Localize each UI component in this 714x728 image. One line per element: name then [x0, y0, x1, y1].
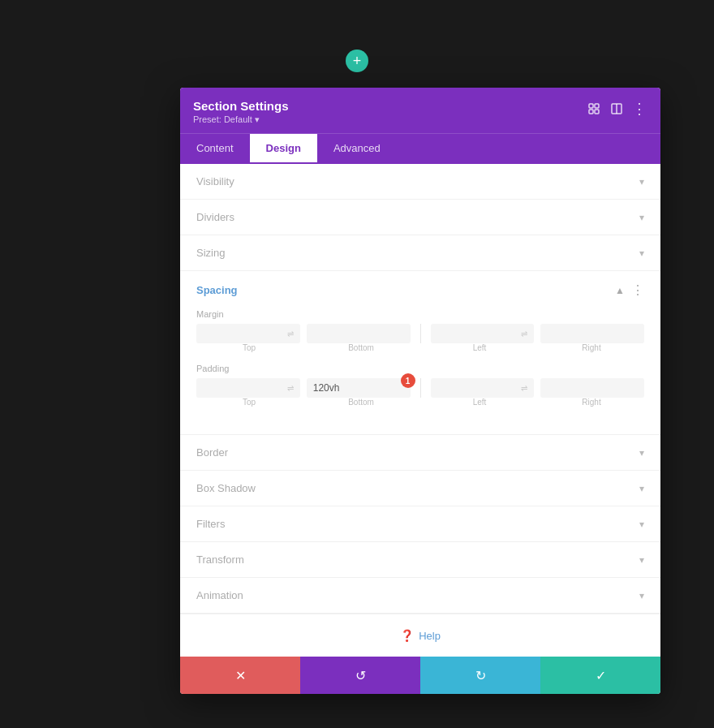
padding-label: Padding [196, 364, 644, 373]
border-label: Border [196, 446, 228, 459]
padding-bottom-badge: 1 [401, 373, 415, 388]
tabs-bar: Content Design Advanced [180, 133, 660, 164]
margin-right-input[interactable] [547, 328, 638, 339]
header-left: Section Settings Preset: Default ▾ [193, 99, 289, 125]
save-button[interactable]: ✓ [540, 657, 660, 694]
spacing-chevron-icon: ▲ [615, 285, 625, 296]
margin-right-sub-label: Right [539, 343, 644, 352]
margin-bottom-input-wrap[interactable] [307, 324, 411, 343]
padding-bottom-sub-label: Bottom [308, 398, 414, 407]
padding-right-input[interactable] [547, 382, 638, 394]
redo-button[interactable]: ↻ [420, 657, 540, 694]
padding-right-sub-label: Right [539, 398, 644, 407]
section-row-dividers[interactable]: Dividers ▾ [180, 200, 660, 235]
visibility-chevron: ▾ [639, 176, 644, 187]
help-label: Help [419, 630, 441, 642]
section-row-box-shadow[interactable]: Box Shadow ▾ [180, 471, 660, 506]
add-section-button[interactable]: + [346, 50, 368, 72]
padding-divider [420, 378, 421, 398]
svg-rect-0 [589, 104, 593, 108]
margin-right-input-wrap[interactable] [540, 324, 644, 343]
section-settings-panel: Section Settings Preset: Default ▾ ⋮ [180, 88, 660, 694]
tab-design[interactable]: Design [250, 134, 317, 164]
margin-right-pair [540, 324, 644, 343]
transform-label: Transform [196, 554, 244, 566]
section-row-sizing[interactable]: Sizing ▾ [180, 235, 660, 271]
section-row-animation[interactable]: Animation ▾ [180, 578, 660, 614]
tab-advanced[interactable]: Advanced [317, 134, 397, 164]
padding-field-group: Padding ⇌ 120vh 1 [196, 364, 644, 407]
margin-top-sub-label: Top [196, 343, 302, 352]
filters-chevron: ▾ [639, 519, 644, 530]
fullscreen-icon[interactable] [586, 101, 602, 117]
transform-chevron: ▾ [639, 554, 644, 566]
visibility-label: Visibility [196, 175, 234, 187]
help-row[interactable]: ❓ Help [180, 614, 660, 657]
panel-footer: ✕ ↺ ↻ ✓ [180, 657, 660, 694]
reset-button[interactable]: ↺ [300, 657, 420, 694]
filters-label: Filters [196, 518, 225, 530]
help-icon: ❓ [400, 629, 414, 642]
section-row-filters[interactable]: Filters ▾ [180, 506, 660, 542]
padding-bottom-input-wrap[interactable]: 120vh 1 [307, 378, 411, 398]
margin-sub-labels: Top Bottom Left Right [196, 343, 644, 352]
split-icon[interactable] [609, 101, 625, 117]
section-row-border[interactable]: Border ▾ [180, 435, 660, 471]
margin-left-link-icon: ⇌ [521, 330, 527, 338]
padding-top-link-icon: ⇌ [287, 384, 294, 393]
panel-content: Visibility ▾ Dividers ▾ Sizing ▾ Spacing… [180, 164, 660, 657]
sizing-chevron: ▾ [639, 248, 644, 259]
section-row-transform[interactable]: Transform ▾ [180, 542, 660, 578]
margin-left-input-wrap[interactable]: ⇌ [431, 324, 535, 343]
padding-top-pair: ⇌ [196, 378, 300, 398]
cancel-button[interactable]: ✕ [180, 657, 300, 694]
reset-icon: ↺ [355, 668, 366, 683]
margin-top-input[interactable] [203, 328, 284, 339]
margin-top-input-wrap[interactable]: ⇌ [196, 324, 300, 343]
padding-left-input-wrap[interactable]: ⇌ [431, 378, 535, 398]
padding-top-input-wrap[interactable]: ⇌ [196, 378, 300, 398]
redo-icon: ↻ [475, 668, 486, 683]
margin-left-pair: ⇌ [431, 324, 535, 343]
spacing-title: Spacing [196, 284, 238, 296]
spacing-section: Spacing ▲ ⋮ Margin ⇌ [180, 271, 660, 435]
padding-left-pair: ⇌ [431, 378, 535, 398]
sizing-label: Sizing [196, 247, 225, 259]
margin-divider [420, 324, 421, 343]
margin-top-pair: ⇌ [196, 324, 300, 343]
padding-bottom-pair: 120vh 1 [307, 378, 411, 398]
padding-top-sub-label: Top [196, 398, 302, 407]
svg-rect-1 [595, 104, 599, 108]
margin-bottom-input[interactable] [313, 328, 404, 339]
margin-left-input[interactable] [437, 328, 518, 339]
padding-right-input-wrap[interactable] [540, 378, 644, 398]
margin-field-group: Margin ⇌ [196, 309, 644, 352]
spacing-header-right: ▲ ⋮ [615, 282, 644, 298]
padding-top-input[interactable] [203, 382, 284, 394]
more-options-icon[interactable]: ⋮ [631, 101, 647, 117]
spacing-body: Margin ⇌ [180, 309, 660, 434]
section-row-visibility[interactable]: Visibility ▾ [180, 164, 660, 200]
panel-preset[interactable]: Preset: Default ▾ [193, 114, 289, 125]
padding-right-pair [540, 378, 644, 398]
header-icons: ⋮ [586, 101, 647, 117]
panel-header: Section Settings Preset: Default ▾ ⋮ [180, 88, 660, 133]
margin-left-sub-label: Left [427, 343, 532, 352]
cancel-icon: ✕ [235, 668, 246, 683]
padding-left-sub-label: Left [427, 398, 532, 407]
dividers-label: Dividers [196, 211, 234, 223]
svg-rect-2 [589, 110, 593, 114]
animation-label: Animation [196, 589, 243, 601]
panel-title: Section Settings [193, 99, 289, 113]
tab-content[interactable]: Content [180, 134, 250, 164]
margin-field-row: ⇌ ⇌ [196, 324, 644, 343]
box-shadow-chevron: ▾ [639, 483, 644, 494]
spacing-header[interactable]: Spacing ▲ ⋮ [180, 271, 660, 309]
margin-label: Margin [196, 309, 644, 319]
spacing-more-icon[interactable]: ⋮ [631, 282, 644, 298]
padding-left-link-icon: ⇌ [521, 384, 527, 393]
padding-left-input[interactable] [437, 382, 518, 394]
animation-chevron: ▾ [639, 590, 644, 601]
save-icon: ✓ [596, 668, 606, 683]
padding-sub-labels: Top Bottom Left Right [196, 398, 644, 407]
